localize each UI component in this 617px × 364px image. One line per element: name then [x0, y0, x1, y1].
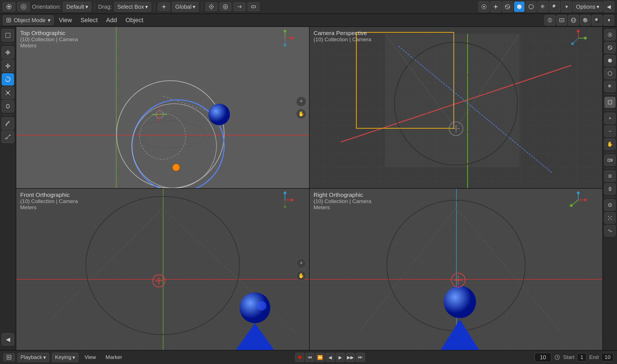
- viewport-lock-btn[interactable]: [545, 15, 555, 26]
- visibility-options[interactable]: [248, 3, 259, 11]
- menu-object[interactable]: Object: [122, 15, 147, 26]
- pivot-dropdown[interactable]: Global ▾: [172, 2, 198, 11]
- play-btn[interactable]: ▶: [336, 353, 345, 362]
- keying-menu[interactable]: Keying ▾: [52, 353, 78, 362]
- pivot-button[interactable]: [158, 3, 170, 11]
- rt-camera-btn[interactable]: [604, 155, 616, 166]
- drag-dropdown[interactable]: Select Box ▾: [114, 2, 151, 11]
- rendered-preview-btn[interactable]: [592, 15, 602, 26]
- collapse-panel-btn[interactable]: ◀: [604, 1, 614, 12]
- timeline-editor-btn[interactable]: [3, 353, 15, 361]
- rt-zoom-out-btn[interactable]: −: [604, 126, 616, 137]
- show-overlays-btn[interactable]: [502, 1, 513, 12]
- material-preview-btn[interactable]: [580, 15, 591, 26]
- rotate-btn[interactable]: [2, 73, 14, 86]
- svg-rect-54: [6, 105, 9, 108]
- svg-point-26: [552, 4, 557, 9]
- left-panel-collapse[interactable]: ◀: [2, 333, 14, 345]
- shading-wire-btn[interactable]: [526, 1, 536, 12]
- separator-2: [154, 3, 155, 11]
- menu-add[interactable]: Add: [103, 15, 120, 26]
- viewport-right-ortho[interactable]: Z X Y Right Orthographic (10) Collection…: [310, 189, 602, 350]
- jump-start-btn[interactable]: ⏮: [305, 353, 314, 362]
- record-btn[interactable]: [295, 353, 304, 362]
- viewport-shading-btn[interactable]: [604, 29, 616, 40]
- scale-btn[interactable]: [2, 87, 14, 99]
- rt-pan-btn[interactable]: ✋: [604, 139, 616, 150]
- svg-point-24: [529, 4, 533, 9]
- svg-point-5: [23, 6, 24, 8]
- prev-keyframe-btn[interactable]: ⏪: [316, 353, 325, 362]
- bottom-bar: Playback ▾ Keying ▾ View Marker ⏮ ⏪ ◀ ▶ …: [0, 350, 617, 364]
- menu-view[interactable]: View: [55, 15, 75, 26]
- start-frame[interactable]: 1: [577, 353, 586, 361]
- front-zoom-in[interactable]: +: [296, 258, 306, 268]
- jump-end-btn[interactable]: ⏭: [356, 353, 365, 362]
- rt-physics-btn[interactable]: [604, 225, 616, 236]
- top-pan[interactable]: ✋: [296, 109, 306, 119]
- svg-point-131: [257, 301, 266, 310]
- viewport-top-ortho[interactable]: Y X Top Orthographic (10) Collection | C…: [16, 27, 309, 188]
- viewport-gizmo-btn[interactable]: [490, 1, 501, 12]
- rt-particles-btn[interactable]: [604, 212, 616, 224]
- front-pan[interactable]: ✋: [296, 271, 306, 281]
- rt-modifiers-btn[interactable]: [604, 183, 616, 195]
- rt-shaders-btn[interactable]: [604, 199, 616, 211]
- viewport-overlay-btn[interactable]: [479, 1, 489, 12]
- rt-properties-btn[interactable]: [604, 171, 616, 182]
- viewport-overlays-btn[interactable]: [604, 42, 616, 53]
- rt-material-btn[interactable]: [604, 81, 616, 92]
- orientation-gizmo[interactable]: [17, 2, 30, 11]
- shading-extra2-btn[interactable]: ▾: [604, 15, 614, 26]
- svg-point-17: [483, 6, 485, 8]
- step-back-btn[interactable]: ◀: [326, 353, 335, 362]
- current-frame[interactable]: 10: [534, 353, 551, 362]
- snap-toggle[interactable]: [205, 3, 217, 11]
- fps-display: [554, 354, 560, 360]
- shading-material-btn[interactable]: [538, 1, 548, 12]
- svg-point-10: [211, 6, 212, 7]
- shading-rendered-btn[interactable]: [549, 1, 560, 12]
- svg-line-61: [7, 138, 8, 139]
- snap-options[interactable]: [234, 3, 245, 11]
- cursor-btn[interactable]: [2, 46, 14, 59]
- end-frame[interactable]: 10: [602, 353, 614, 361]
- top-zoom-in[interactable]: +: [296, 96, 306, 107]
- viewport-camera[interactable]: Z Y X Camera Perspective (10) Collection…: [310, 27, 602, 188]
- step-forward-btn[interactable]: ▶▶: [346, 353, 355, 362]
- svg-point-68: [608, 84, 612, 88]
- shading-extra-btn[interactable]: ▾: [561, 1, 572, 12]
- mode-dropdown[interactable]: Object Mode ▾: [3, 15, 54, 25]
- menu-select[interactable]: Select: [77, 15, 101, 26]
- rt-render-region-btn[interactable]: [604, 97, 616, 108]
- right-sep-2: [605, 110, 615, 110]
- rt-solid-btn[interactable]: [604, 55, 616, 66]
- annotate-btn[interactable]: [2, 117, 14, 130]
- playback-controls: ⏮ ⏪ ◀ ▶ ▶▶ ⏭: [295, 353, 365, 362]
- orientation-dropdown[interactable]: Default ▾: [63, 2, 91, 11]
- viewport-display-btn[interactable]: [556, 15, 567, 26]
- timeline-view-menu[interactable]: View: [81, 353, 99, 362]
- svg-point-81: [610, 218, 611, 218]
- transform-btn[interactable]: [2, 100, 14, 112]
- editor-type-button[interactable]: [3, 2, 15, 11]
- proportional-editing[interactable]: [220, 3, 231, 11]
- options-dropdown[interactable]: Options ▾: [573, 2, 602, 11]
- right-sep-4: [605, 168, 615, 168]
- svg-line-166: [557, 357, 558, 358]
- move-btn[interactable]: [2, 60, 14, 72]
- svg-point-67: [608, 72, 612, 75]
- rt-zoom-in-btn[interactable]: +: [604, 113, 616, 124]
- world-display-btn[interactable]: [568, 15, 579, 26]
- select-box-btn[interactable]: [2, 29, 14, 42]
- measure-btn[interactable]: [2, 131, 14, 143]
- rt-wire-btn[interactable]: [604, 68, 616, 79]
- svg-point-79: [608, 216, 609, 217]
- timeline-marker-menu[interactable]: Marker: [102, 353, 125, 362]
- playback-menu[interactable]: Playback ▾: [17, 353, 49, 362]
- svg-point-85: [116, 81, 224, 188]
- viewport-front-ortho[interactable]: Z X Front Orthographic (10) Collection |…: [16, 189, 309, 350]
- drag-label: Drag:: [98, 4, 112, 10]
- svg-marker-50: [7, 77, 8, 78]
- shading-solid-btn[interactable]: [514, 1, 525, 12]
